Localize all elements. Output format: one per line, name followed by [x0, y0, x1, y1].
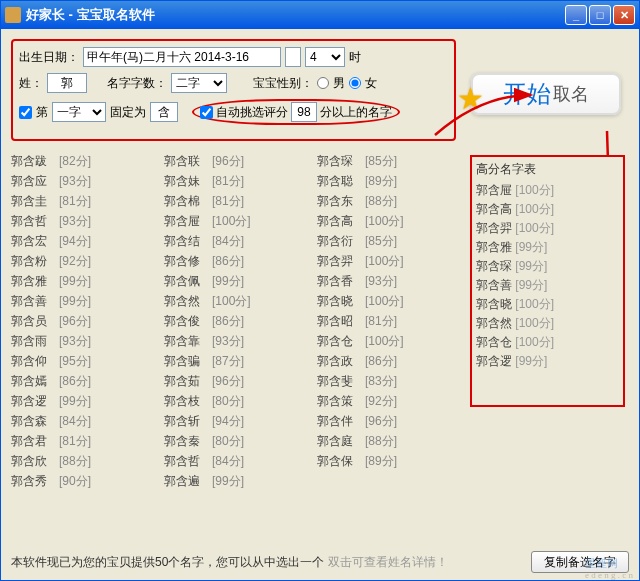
birthdate-input[interactable]	[83, 47, 281, 67]
name-item[interactable]: 郭含宏 [94分]	[11, 231, 150, 251]
highscore-list[interactable]: 郭含屉 [100分]郭含高 [100分]郭含羿 [100分]郭含雅 [99分]郭…	[476, 181, 619, 371]
fix-char-input[interactable]	[150, 102, 178, 122]
calendar-button[interactable]	[285, 47, 301, 67]
name-item[interactable]: 郭含雅 [99分]	[11, 271, 150, 291]
window-title: 好家长 - 宝宝取名软件	[26, 6, 565, 24]
name-item[interactable]: 郭含高 [100分]	[317, 211, 456, 231]
male-label: 男	[333, 75, 345, 92]
name-item[interactable]: 郭含昭 [81分]	[317, 311, 456, 331]
name-item[interactable]: 郭含聪 [89分]	[317, 171, 456, 191]
name-item[interactable]: 郭含秦 [80分]	[164, 431, 303, 451]
name-item[interactable]: 郭含粉 [92分]	[11, 251, 150, 271]
app-window: 好家长 - 宝宝取名软件 _ □ ✕ 出生日期： 4 时 姓： 名字字数： 二字	[0, 0, 640, 581]
name-item[interactable]: 郭含靠 [93分]	[164, 331, 303, 351]
names-list[interactable]: 郭含跋 [82分]郭含应 [93分]郭含圭 [81分]郭含哲 [93分]郭含宏 …	[11, 151, 456, 511]
birthdate-label: 出生日期：	[19, 49, 79, 66]
name-item[interactable]: 郭含嫣 [86分]	[11, 371, 150, 391]
highscore-item[interactable]: 郭含琛 [99分]	[476, 257, 619, 276]
highscore-item[interactable]: 郭含仓 [100分]	[476, 333, 619, 352]
name-item[interactable]: 郭含东 [88分]	[317, 191, 456, 211]
start-small: 取名	[553, 82, 589, 106]
watermark: 星座网e d e n g . c n	[585, 556, 633, 579]
start-button[interactable]: ★ 开始 取名	[471, 73, 621, 115]
name-item[interactable]: 郭含衍 [85分]	[317, 231, 456, 251]
start-big: 开始	[503, 78, 551, 110]
name-item[interactable]: 郭含保 [89分]	[317, 451, 456, 471]
star-icon: ★	[457, 81, 484, 116]
highscore-item[interactable]: 郭含羿 [100分]	[476, 219, 619, 238]
name-item[interactable]: 郭含仰 [95分]	[11, 351, 150, 371]
name-item[interactable]: 郭含欣 [88分]	[11, 451, 150, 471]
name-item[interactable]: 郭含跋 [82分]	[11, 151, 150, 171]
fix-label: 固定为	[110, 104, 146, 121]
name-item[interactable]: 郭含结 [84分]	[164, 231, 303, 251]
name-item[interactable]: 郭含香 [93分]	[317, 271, 456, 291]
name-item[interactable]: 郭含琛 [85分]	[317, 151, 456, 171]
name-item[interactable]: 郭含俊 [86分]	[164, 311, 303, 331]
surname-input[interactable]	[47, 73, 87, 93]
highscore-item[interactable]: 郭含逻 [99分]	[476, 352, 619, 371]
name-item[interactable]: 郭含斩 [94分]	[164, 411, 303, 431]
name-item[interactable]: 郭含政 [86分]	[317, 351, 456, 371]
title-bar: 好家长 - 宝宝取名软件 _ □ ✕	[1, 1, 639, 29]
highscore-item[interactable]: 郭含高 [100分]	[476, 200, 619, 219]
name-item[interactable]: 郭含棉 [81分]	[164, 191, 303, 211]
footer: 本软件现已为您的宝贝提供50个名字，您可以从中选出一个 双击可查看姓名详情！ 复…	[11, 551, 629, 573]
name-item[interactable]: 郭含员 [96分]	[11, 311, 150, 331]
name-item[interactable]: 郭含联 [96分]	[164, 151, 303, 171]
name-item[interactable]: 郭含应 [93分]	[11, 171, 150, 191]
female-label: 女	[365, 75, 377, 92]
name-item[interactable]: 郭含然 [100分]	[164, 291, 303, 311]
position-select[interactable]: 一字	[52, 102, 106, 122]
name-item[interactable]: 郭含森 [84分]	[11, 411, 150, 431]
name-item[interactable]: 郭含哲 [84分]	[164, 451, 303, 471]
highscore-item[interactable]: 郭含晓 [100分]	[476, 295, 619, 314]
name-item[interactable]: 郭含君 [81分]	[11, 431, 150, 451]
highscore-panel: 高分名字表 郭含屉 [100分]郭含高 [100分]郭含羿 [100分]郭含雅 …	[470, 155, 625, 407]
name-item[interactable]: 郭含修 [86分]	[164, 251, 303, 271]
name-item[interactable]: 郭含雨 [93分]	[11, 331, 150, 351]
auto-filter-group: 自动挑选评分 分以上的名字	[192, 99, 400, 125]
footer-hint: 双击可查看姓名详情！	[328, 555, 448, 569]
name-item[interactable]: 郭含善 [99分]	[11, 291, 150, 311]
name-item[interactable]: 郭含策 [92分]	[317, 391, 456, 411]
name-item[interactable]: 郭含秀 [90分]	[11, 471, 150, 491]
name-item[interactable]: 郭含圭 [81分]	[11, 191, 150, 211]
name-item[interactable]: 郭含哲 [93分]	[11, 211, 150, 231]
gender-male-radio[interactable]	[317, 77, 329, 89]
name-item[interactable]: 郭含妹 [81分]	[164, 171, 303, 191]
name-item[interactable]: 郭含枝 [80分]	[164, 391, 303, 411]
input-form: 出生日期： 4 时 姓： 名字字数： 二字 宝宝性别： 男 女	[11, 39, 456, 141]
minimize-button[interactable]: _	[565, 5, 587, 25]
highscore-item[interactable]: 郭含雅 [99分]	[476, 238, 619, 257]
app-icon	[5, 7, 21, 23]
highscore-item[interactable]: 郭含屉 [100分]	[476, 181, 619, 200]
name-item[interactable]: 郭含羿 [100分]	[317, 251, 456, 271]
auto-filter-score[interactable]	[291, 102, 317, 122]
name-item[interactable]: 郭含遍 [99分]	[164, 471, 303, 491]
highscore-item[interactable]: 郭含善 [99分]	[476, 276, 619, 295]
name-item[interactable]: 郭含茹 [96分]	[164, 371, 303, 391]
fix-position-checkbox[interactable]	[19, 106, 32, 119]
gender-female-radio[interactable]	[349, 77, 361, 89]
auto-filter-label: 自动挑选评分	[216, 104, 288, 121]
maximize-button[interactable]: □	[589, 5, 611, 25]
charcount-label: 名字字数：	[107, 75, 167, 92]
auto-filter-checkbox[interactable]	[200, 106, 213, 119]
name-item[interactable]: 郭含斐 [83分]	[317, 371, 456, 391]
pos-prefix: 第	[36, 104, 48, 121]
footer-message: 本软件现已为您的宝贝提供50个名字，您可以从中选出一个 双击可查看姓名详情！	[11, 554, 525, 571]
name-item[interactable]: 郭含伴 [96分]	[317, 411, 456, 431]
name-item[interactable]: 郭含骗 [87分]	[164, 351, 303, 371]
highscore-item[interactable]: 郭含然 [100分]	[476, 314, 619, 333]
surname-label: 姓：	[19, 75, 43, 92]
hour-select[interactable]: 4	[305, 47, 345, 67]
name-item[interactable]: 郭含晓 [100分]	[317, 291, 456, 311]
name-item[interactable]: 郭含庭 [88分]	[317, 431, 456, 451]
name-item[interactable]: 郭含佩 [99分]	[164, 271, 303, 291]
name-item[interactable]: 郭含逻 [99分]	[11, 391, 150, 411]
name-item[interactable]: 郭含屉 [100分]	[164, 211, 303, 231]
charcount-select[interactable]: 二字	[171, 73, 227, 93]
name-item[interactable]: 郭含仓 [100分]	[317, 331, 456, 351]
close-button[interactable]: ✕	[613, 5, 635, 25]
